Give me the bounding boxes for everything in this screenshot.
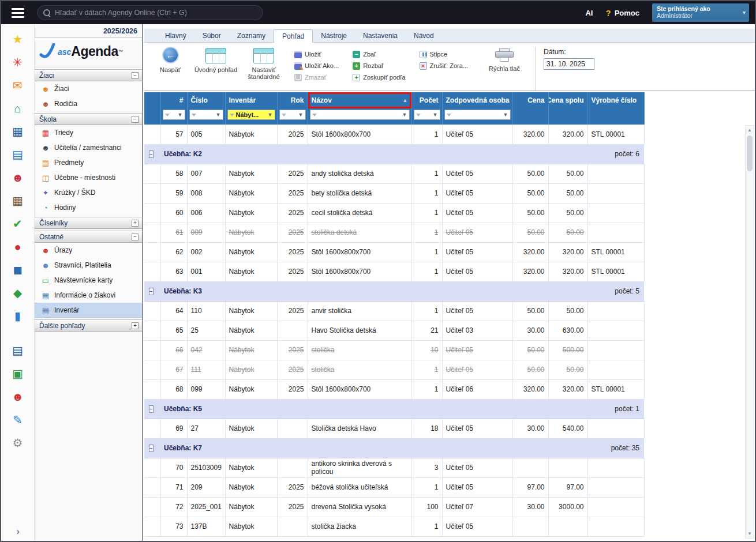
- ai-button[interactable]: AI: [585, 9, 593, 17]
- column-header-rok[interactable]: Rok: [277, 92, 308, 108]
- filter-box-inventar[interactable]: Nábyt...▼: [227, 110, 275, 120]
- sidebar-item-inventar[interactable]: ▤Inventár: [35, 303, 142, 318]
- tab-nastavenia[interactable]: Nastavenia: [355, 29, 406, 42]
- rail-library-icon[interactable]: ▤: [6, 339, 29, 362]
- rail-home-icon[interactable]: ⌂: [6, 97, 29, 120]
- date-input[interactable]: [544, 58, 594, 70]
- quick-print-button[interactable]: Rýchla tlač: [484, 47, 525, 72]
- collapse-group-icon[interactable]: −: [149, 288, 154, 295]
- rail-chart-icon[interactable]: ▮: [6, 304, 29, 328]
- column-header-spolu[interactable]: Cena spolu: [548, 92, 587, 108]
- sidebar-item-ucebne-miestnosti[interactable]: ◫Učebne - miestnosti: [35, 170, 142, 185]
- tab-subor[interactable]: Súbor: [194, 29, 229, 42]
- scroll-up-icon[interactable]: ▲: [746, 126, 754, 134]
- tab-hlavny[interactable]: Hlavný: [157, 29, 194, 42]
- column-header-inventar[interactable]: Inventár: [225, 92, 277, 108]
- column-header-vyrobne[interactable]: Výrobné číslo: [587, 92, 644, 108]
- collapse-group-icon[interactable]: −: [149, 150, 154, 158]
- table-row[interactable]: 71209Nábytok2025béžová stolička učiteľsk…: [144, 477, 644, 497]
- sidebar-item-predmety[interactable]: ▤Predmety: [35, 155, 142, 170]
- back-button[interactable]: ← Naspäť: [151, 47, 189, 73]
- rail-favorites-icon[interactable]: ★: [6, 28, 29, 51]
- rail-classbook-icon[interactable]: ▤: [6, 143, 29, 166]
- sidebar-item-ziaci[interactable]: ☻Žiaci: [35, 81, 142, 96]
- sidebar-section-ostatne[interactable]: Ostatné−: [35, 231, 142, 243]
- collapse-icon[interactable]: −: [132, 234, 139, 240]
- filter-box-cislo[interactable]: ▼: [189, 110, 223, 120]
- expand-icon[interactable]: +: [132, 220, 139, 227]
- sidebar-item-stravnici-platitelia[interactable]: ☻Stravníci, Platitelia: [35, 258, 142, 273]
- sidebar-item-navstevnicke-karty[interactable]: ▭Návštevnícke karty: [35, 273, 142, 288]
- filter-box-pocet[interactable]: ▼: [414, 110, 440, 120]
- table-row[interactable]: 66042Nábytok2025stolička10Učiteľ 0550.00…: [144, 340, 644, 360]
- delete-button[interactable]: Zmazať: [292, 71, 341, 83]
- table-row[interactable]: 73137BNábytokstolička žiacka1Učiteľ 05: [144, 517, 644, 536]
- rail-documents-icon[interactable]: ▣: [6, 362, 29, 385]
- column-header-cislo[interactable]: Číslo: [187, 92, 225, 108]
- group-row[interactable]: −Učebňa: K2počet: 6: [144, 144, 644, 164]
- collapse-icon[interactable]: −: [132, 116, 139, 123]
- column-header-pocet[interactable]: Počet: [411, 92, 442, 108]
- collapse-group-icon[interactable]: −: [149, 445, 154, 452]
- sidebar-item-urazy[interactable]: ☻Úrazy: [35, 243, 142, 258]
- sidebar-section-ciselniky[interactable]: Číselníky+: [35, 217, 142, 229]
- sidebar-item-rodicia[interactable]: ☻Rodičia: [35, 96, 142, 111]
- scrollbar-thumb[interactable]: [747, 136, 753, 171]
- table-row[interactable]: 64110Nábytok2025anvir stolička1Učiteľ 05…: [144, 301, 644, 321]
- rail-mail-icon[interactable]: ✉: [6, 74, 29, 97]
- collapse-group-icon[interactable]: −: [149, 405, 154, 413]
- sidebar-item-triedy[interactable]: ▦Triedy: [35, 125, 142, 140]
- expand-icon[interactable]: +: [132, 322, 139, 329]
- group-row[interactable]: −Učebňa: K5počet: 1: [144, 399, 644, 419]
- expand-button[interactable]: +Rozbaľ: [350, 60, 407, 71]
- group-by-button[interactable]: +Zoskupiť podľa: [350, 71, 407, 83]
- table-row[interactable]: 6525NábytokHavo Stolička detská21Učiteľ …: [144, 321, 644, 340]
- rail-attendance-icon[interactable]: ✔: [6, 212, 29, 235]
- sidebar-item-ucitelia-zamestnanci[interactable]: ☻Učitelia / zamestnanci: [35, 140, 142, 155]
- rail-expand-button[interactable]: ›: [1, 526, 35, 537]
- rail-shield-icon[interactable]: ◆: [6, 281, 29, 304]
- table-row[interactable]: 60006Nábytok2025cecil stolička detská1Uč…: [144, 203, 644, 223]
- logged-in-user[interactable]: Ste prihlásený ako Administrátor ▾: [652, 3, 749, 22]
- sidebar-item-kruzky-skd[interactable]: ✦Krúžky / ŠKD: [35, 185, 142, 200]
- column-header-osoba[interactable]: Zodpovedná osoba: [442, 92, 512, 108]
- rail-calendar-icon[interactable]: ▦: [6, 189, 29, 212]
- column-header-cena[interactable]: Cena: [512, 92, 548, 108]
- save-as-button[interactable]: Uložiť Ako...: [292, 60, 341, 71]
- columns-button[interactable]: Stĺpce: [417, 48, 470, 60]
- filter-box-rok[interactable]: ▼: [279, 110, 306, 120]
- help-button[interactable]: ? Pomoc: [605, 8, 639, 18]
- search-input[interactable]: [55, 9, 257, 17]
- scroll-down-icon[interactable]: ▼: [746, 529, 754, 538]
- column-header-num[interactable]: #: [160, 92, 187, 108]
- cancel-sort-button[interactable]: ×Zrušiť: Zora...: [417, 60, 470, 71]
- table-row[interactable]: 67111Nábytok2025stolička1Učiteľ 0550.005…: [144, 360, 644, 379]
- sidebar-section-skola[interactable]: Škola−: [35, 113, 142, 125]
- rail-settings-gear-icon[interactable]: ⚙: [6, 431, 29, 454]
- set-standard-button[interactable]: Nastaviť štandardné: [242, 47, 285, 80]
- tab-navod[interactable]: Návod: [406, 29, 442, 42]
- table-row[interactable]: 59008Nábytok2025bety stolička detská1Uči…: [144, 183, 644, 203]
- tab-pohlad[interactable]: Pohľad: [274, 29, 313, 43]
- sidebar-item-informacie-o-ziakovi[interactable]: ▤Informácie o žiakovi: [35, 288, 142, 303]
- table-row[interactable]: 62002Nábytok2025Stôl 1600x800x7001Učiteľ…: [144, 242, 644, 262]
- rail-briefcase-icon[interactable]: ◼: [6, 258, 29, 281]
- rail-student-icon[interactable]: ☻: [6, 166, 29, 189]
- rail-pen-icon[interactable]: ✎: [6, 408, 29, 431]
- table-row[interactable]: 722025_001Nábytok2025drevená Stolička vy…: [144, 497, 644, 517]
- table-row[interactable]: 58007Nábytok2025andy stolička detská1Uči…: [144, 164, 644, 183]
- filter-box-nazov[interactable]: ▼: [310, 110, 410, 120]
- table-row[interactable]: 63001Nábytok2025Stôl 1600x800x7001Učiteľ…: [144, 262, 644, 281]
- default-view-button[interactable]: Úvodný pohľad: [192, 47, 240, 73]
- rail-timetable-icon[interactable]: ▦: [6, 120, 29, 143]
- table-row[interactable]: 61009Nábytok2025stolička detská1Učiteľ 0…: [144, 223, 644, 242]
- filter-box-num[interactable]: ▼: [163, 110, 185, 120]
- sidebar-section-ziaci[interactable]: Žiaci−: [35, 69, 142, 81]
- rail-celebration-icon[interactable]: ✳: [6, 51, 29, 74]
- sidebar-section-dalsie-pohlady[interactable]: Ďalšie pohľady+: [35, 319, 142, 332]
- save-button[interactable]: Uložiť: [292, 48, 341, 60]
- hamburger-menu-icon[interactable]: [1, 1, 35, 24]
- table-row[interactable]: 6927NábytokStolička detská Havo18Učiteľ …: [144, 419, 644, 438]
- table-row[interactable]: 57005Nábytok2025Stôl 1600x800x7001Učiteľ…: [144, 125, 644, 144]
- collapse-button[interactable]: −Zbaľ: [350, 48, 407, 60]
